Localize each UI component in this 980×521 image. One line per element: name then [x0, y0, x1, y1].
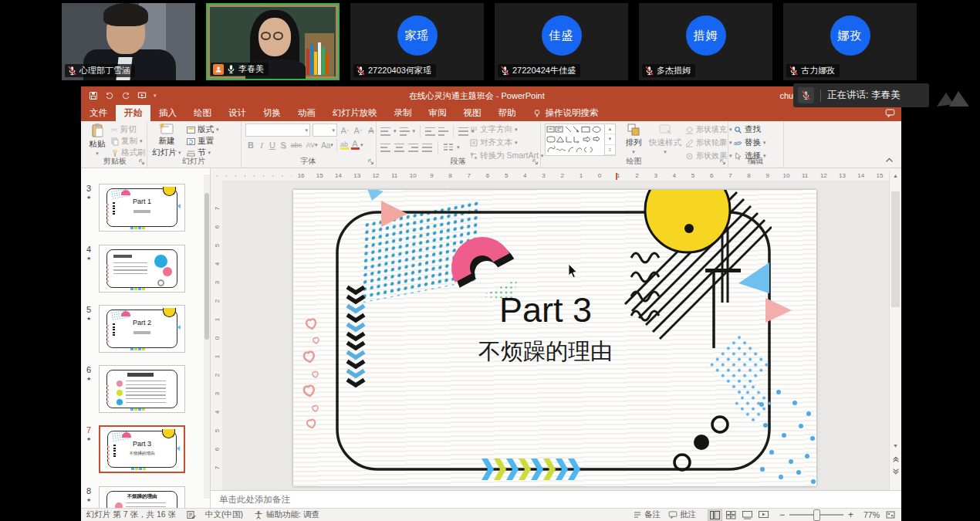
ribbon-tab[interactable]: 切换 [255, 105, 289, 121]
justify-button[interactable] [422, 144, 432, 152]
vertical-scrollbar[interactable]: ▲ ▼ [889, 171, 901, 490]
text-shadow-button[interactable]: S [278, 139, 289, 151]
zoom-level[interactable]: 77% [860, 510, 880, 519]
find-button[interactable]: 查找 [734, 124, 766, 135]
decrease-indent-button[interactable] [425, 127, 435, 136]
ribbon-tab[interactable]: 插入 [150, 105, 185, 121]
start-slideshow-icon[interactable] [137, 91, 147, 100]
participant-tile-5[interactable]: 措姆 多杰措姆 [639, 3, 772, 80]
undo-icon[interactable] [105, 91, 114, 100]
ribbon-tab[interactable]: 录制 [386, 105, 421, 121]
quick-styles-button[interactable]: 快速样式 ▾ [648, 123, 682, 155]
shape-fill-button[interactable]: 形状填充▾ [685, 124, 732, 135]
change-case-button[interactable]: Aa▾ [319, 139, 335, 151]
reading-view-button[interactable] [740, 509, 755, 521]
font-size-combo[interactable]: ▾ [313, 123, 337, 137]
thumbnail-slide-8[interactable]: 不烦躁的理由 [99, 486, 185, 508]
slide-title[interactable]: Part 3 [391, 290, 700, 330]
character-spacing-button[interactable]: AV▾ [304, 139, 319, 151]
line-spacing-button[interactable] [458, 127, 468, 136]
align-text-button[interactable]: 对齐文本▾ [470, 137, 543, 148]
thumbnail-slide-7-selected[interactable]: Part 3 不烦躁的理由 [99, 425, 185, 473]
next-slide-button[interactable] [890, 468, 901, 475]
participant-tile-3[interactable]: 家瑶 27220403何家瑶 [350, 3, 484, 80]
underline-button[interactable]: U [267, 139, 278, 151]
paste-button[interactable]: 粘贴 ▾ [85, 123, 110, 157]
align-center-button[interactable] [394, 144, 404, 152]
clear-formatting-button[interactable]: A [366, 124, 377, 137]
increase-indent-button[interactable] [438, 127, 448, 136]
thumbnail-slide-5[interactable]: Part 2 [99, 305, 185, 353]
participant-tile-4[interactable]: 佳盛 27220424牛佳盛 [495, 3, 628, 80]
participant-tile-1[interactable]: 心理部丁雪涵 [62, 3, 195, 80]
shapes-gallery-scroll[interactable]: ▲▼≡ [604, 124, 615, 155]
zoom-in-button[interactable]: + [848, 509, 853, 520]
qat-customize-icon[interactable]: ▾ [154, 93, 157, 99]
italic-button[interactable]: I [256, 139, 267, 151]
bold-button[interactable]: B [245, 139, 256, 151]
notes-toggle[interactable]: 备注 [644, 509, 661, 520]
accessibility-status[interactable]: 辅助功能: 调查 [266, 509, 319, 520]
text-direction-button[interactable]: 文字方向▾ [470, 124, 543, 135]
scrollbar-thumb[interactable] [891, 191, 900, 307]
scrollbar-thumb[interactable] [204, 193, 209, 340]
align-left-button[interactable] [380, 144, 390, 152]
tell-me-search[interactable]: 操作说明搜索 [525, 105, 607, 121]
strikethrough-button[interactable]: abc [289, 139, 304, 151]
dialog-launcher-icon[interactable] [139, 159, 145, 165]
normal-view-button[interactable] [708, 509, 722, 521]
slide-canvas[interactable]: Part 3 不烦躁的理由 [293, 190, 816, 486]
notes-pane[interactable]: 单击此处添加备注 [211, 490, 901, 508]
shapes-gallery[interactable]: ▲▼≡ [545, 123, 616, 156]
dialog-launcher-icon[interactable] [368, 159, 374, 165]
redo-icon[interactable] [121, 91, 130, 100]
previous-slide-button[interactable] [890, 455, 901, 463]
zoom-slider-thumb[interactable] [813, 509, 820, 521]
thumbnail-slide-3[interactable]: Part 1 [99, 184, 185, 232]
spellcheck-icon[interactable] [187, 510, 196, 519]
zoom-slider[interactable] [789, 514, 843, 516]
ribbon-tab[interactable]: 视图 [455, 105, 490, 121]
scroll-up-icon[interactable]: ▲ [890, 173, 901, 178]
ribbon-tab[interactable]: 审阅 [421, 105, 455, 121]
arrange-button[interactable]: 排列 ▾ [620, 123, 647, 155]
slideshow-view-button[interactable] [756, 509, 771, 521]
bullets-button[interactable] [380, 127, 390, 136]
dialog-launcher-icon[interactable] [532, 159, 539, 165]
thumbnail-slide-6[interactable] [99, 365, 185, 413]
align-right-button[interactable] [408, 144, 418, 152]
cut-button[interactable]: ✂剪切 [111, 124, 146, 135]
font-family-combo[interactable]: ▾ [245, 123, 310, 137]
reset-button[interactable]: 重置 [187, 136, 219, 147]
columns-button[interactable] [444, 144, 453, 152]
highlight-color-button[interactable]: ab [339, 139, 350, 151]
dialog-launcher-icon[interactable] [720, 159, 726, 165]
ribbon-tab[interactable]: 动画 [289, 105, 324, 121]
thumbnails-scrollbar[interactable] [204, 174, 210, 499]
zoom-out-button[interactable]: − [779, 509, 785, 520]
grow-font-button[interactable]: A˄ [340, 124, 350, 137]
scroll-down-icon[interactable]: ▼ [890, 443, 901, 448]
numbering-button[interactable] [400, 127, 410, 136]
language-indicator[interactable]: 中文(中国) [205, 509, 243, 520]
ribbon-tab[interactable]: 帮助 [490, 105, 525, 121]
participant-tile-6[interactable]: 娜孜 古力娜孜 [783, 3, 917, 80]
comments-icon[interactable] [885, 108, 895, 118]
ribbon-tab[interactable]: 开始 [116, 105, 150, 121]
participant-tile-2-active[interactable]: 李春美 [206, 3, 340, 80]
fit-to-window-icon[interactable] [886, 510, 895, 519]
ribbon-tab[interactable]: 文件 [81, 105, 116, 121]
font-color-button[interactable]: A [350, 139, 360, 151]
layout-button[interactable]: 版式▾ [187, 124, 219, 135]
muted-mic-icon[interactable] [798, 87, 814, 103]
collapse-ribbon-icon[interactable] [885, 157, 894, 163]
copy-button[interactable]: 复制▾ [111, 136, 146, 147]
slide-sorter-view-button[interactable] [724, 509, 738, 521]
comments-toggle[interactable]: 批注 [680, 509, 696, 520]
shape-outline-button[interactable]: 形状轮廓▾ [685, 137, 732, 148]
ribbon-tab[interactable]: 幻灯片放映 [324, 105, 386, 121]
save-icon[interactable] [89, 91, 98, 100]
slide-subtitle[interactable]: 不烦躁的理由 [391, 337, 700, 367]
ribbon-tab[interactable]: 设计 [220, 105, 255, 121]
shrink-font-button[interactable]: A˅ [353, 124, 363, 137]
